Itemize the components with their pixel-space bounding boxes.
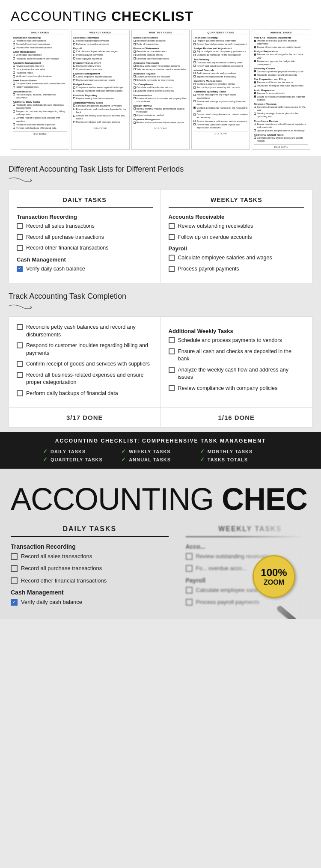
task-item: Process payroll payments xyxy=(169,265,305,273)
weekly-done-badge: 1/16 DONE xyxy=(161,408,312,427)
section-different-lists: Different Accounting Task Lists for Diff… xyxy=(0,156,321,288)
check-icon-1: ✓ xyxy=(43,448,48,455)
section-zoom-preview: ACCOUNTING CHEC DAILY TASKS Transaction … xyxy=(0,469,321,619)
payroll-label: Payroll xyxy=(169,245,305,252)
task-item: Record all business-related expenses and… xyxy=(17,372,153,386)
check-icon-3: ✓ xyxy=(200,448,205,455)
mini-col-annual: ANNUAL TASKS Year-End Financial Statemen… xyxy=(252,30,310,150)
daily-done-badge: 3/17 DONE xyxy=(9,408,161,427)
task-checkbox-3[interactable] xyxy=(17,245,23,251)
banner-title: ACCOUNTING CHECKLIST: COMPREHENSIVE TASK… xyxy=(9,438,312,444)
dark-banner: ACCOUNTING CHECKLIST: COMPREHENSIVE TASK… xyxy=(0,432,321,469)
zoom-circle: 100% ZOOM xyxy=(253,555,295,598)
big-task-item: Record all purchase transactions xyxy=(11,565,169,572)
weekly-tasks-col: WEEKLY TASKS Accounts Receivable Review … xyxy=(161,190,312,283)
big-checkbox-3[interactable] xyxy=(11,577,18,584)
task-item: Confirm receipt of goods and services wi… xyxy=(17,360,153,368)
task-checkbox-w2[interactable] xyxy=(169,348,175,354)
big-checkbox-1[interactable] xyxy=(11,553,18,560)
task-checkbox-2[interactable] xyxy=(17,234,23,240)
section3-heading: Track Accounting Task Completion xyxy=(9,292,312,301)
arrow-decoration xyxy=(9,175,312,184)
mini-checklist-table: DAILY TASKS Transaction Recording Record… xyxy=(11,30,310,150)
task-item: Analyze the weekly cash flow and address… xyxy=(169,366,305,381)
track-weekly-col: Additional Weekly Tasks Schedule and pro… xyxy=(161,317,312,407)
task-checkbox-5[interactable] xyxy=(169,234,175,240)
task-item: Verify daily cash balance xyxy=(17,265,153,273)
task-checkbox-d5[interactable] xyxy=(17,390,23,396)
transaction-recording-label: Transaction Recording xyxy=(17,214,153,220)
big-transaction-label: Transaction Recording xyxy=(11,543,169,550)
mini-col-monthly: MONTHLY TASKS Bank Reconciliation Reconc… xyxy=(131,30,190,150)
feature-weekly: ✓ WEEKLY TASKS xyxy=(121,448,199,455)
task-item: Record all purchase transactions xyxy=(17,234,153,241)
task-checkbox-d2[interactable] xyxy=(17,342,23,348)
big-checkbox-w3[interactable] xyxy=(186,587,193,594)
task-item: Perform daily backups of financial data xyxy=(17,390,153,398)
task-item: Review outstanding receivables xyxy=(169,223,305,230)
feature-daily: ✓ DAILY TASKS xyxy=(43,448,121,455)
zoom-badge: 100% ZOOM xyxy=(253,555,308,611)
big-checkbox-checked[interactable] xyxy=(11,599,18,606)
banner-features: ✓ DAILY TASKS ✓ WEEKLY TASKS ✓ MONTHLY T… xyxy=(43,448,278,463)
big-cash-label: Cash Management xyxy=(11,589,169,596)
task-item: Calculate employee salaries and wages xyxy=(169,254,305,262)
task-preview-card: DAILY TASKS Transaction Recording Record… xyxy=(9,189,312,283)
track-card-content: Reconcile petty cash balances and record… xyxy=(9,317,312,407)
task-item: Follow up on overdue accounts xyxy=(169,234,305,241)
big-checkbox-2[interactable] xyxy=(11,565,18,572)
big-columns: DAILY TASKS Transaction Recording Record… xyxy=(0,521,321,619)
task-item: Review compliance with company policies xyxy=(169,385,305,392)
task-checkbox-w4[interactable] xyxy=(169,385,175,391)
mini-col-quarterly: QUARTERLY TASKS Financial Reporting Prep… xyxy=(191,30,250,150)
section-main-preview: ACCOUNTING CHECKLIST DAILY TASKS Transac… xyxy=(0,0,321,156)
additional-weekly-label: Additional Weekly Tasks xyxy=(169,328,305,334)
mini-col-daily: DAILY TASKS Transaction Recording Record… xyxy=(11,30,69,150)
track-card: Reconcile petty cash balances and record… xyxy=(9,316,312,428)
feature-annual: ✓ ANNUAL TASKS xyxy=(121,456,199,463)
cash-management-label: Cash Management xyxy=(17,256,153,263)
task-checkbox-4[interactable] xyxy=(169,223,175,229)
big-task-item: Verify daily cash balance xyxy=(11,598,169,606)
big-daily-col: DAILY TASKS Transaction Recording Record… xyxy=(0,521,179,619)
task-item: Ensure all cash and checks are deposited… xyxy=(169,348,305,363)
big-checkbox-w2[interactable] xyxy=(186,565,193,572)
section-track-completion: Track Accounting Task Completion Reconci… xyxy=(0,288,321,432)
task-item: Respond to customer inquiries regarding … xyxy=(17,342,153,357)
task-checkbox-d4[interactable] xyxy=(17,372,23,378)
big-checkbox-w4[interactable] xyxy=(186,599,193,606)
main-title: ACCOUNTING CHECKLIST xyxy=(11,9,310,24)
task-item: Schedule and process payments to vendors xyxy=(169,337,305,345)
task-checkbox-d1[interactable] xyxy=(17,324,23,330)
task-checkbox-w3[interactable] xyxy=(169,367,175,373)
task-checkbox-7[interactable] xyxy=(169,266,175,272)
daily-col-title: DAILY TASKS xyxy=(17,196,153,208)
feature-totals: ✓ TASKS TOTALS xyxy=(200,456,278,463)
check-icon-5: ✓ xyxy=(121,456,126,463)
check-icon-4: ✓ xyxy=(43,456,48,463)
section2-heading: Different Accounting Task Lists for Diff… xyxy=(9,165,312,174)
task-checkbox-w1[interactable] xyxy=(169,337,175,343)
big-ar-label: Acco... xyxy=(186,543,315,550)
task-item: Record all sales transactions xyxy=(17,223,153,230)
feature-monthly: ✓ MONTHLY TASKS xyxy=(200,448,278,455)
accounts-receivable-label: Accounts Receivable xyxy=(169,214,305,220)
arrow-decoration-2 xyxy=(9,303,312,311)
task-item: Reconcile petty cash balances and record… xyxy=(17,324,153,339)
mini-col-weekly: WEEKLY TASKS Accounts Receivable Review … xyxy=(71,30,130,150)
big-task-item: Record other financial transactions xyxy=(11,577,169,585)
check-icon-2: ✓ xyxy=(121,448,126,455)
task-checkbox-d3[interactable] xyxy=(17,361,23,367)
big-checkbox-w1[interactable] xyxy=(186,553,193,560)
weekly-col-title: WEEKLY TASKS xyxy=(169,196,305,208)
task-checkbox-6[interactable] xyxy=(169,255,175,261)
track-done-row: 3/17 DONE 1/16 DONE xyxy=(9,407,312,427)
check-icon-6: ✓ xyxy=(200,456,205,463)
big-task-item: Record all sales transactions xyxy=(11,553,169,560)
task-checkbox-1[interactable] xyxy=(17,223,23,229)
daily-tasks-col: DAILY TASKS Transaction Recording Record… xyxy=(9,190,161,283)
task-item: Record other financial transactions xyxy=(17,244,153,252)
big-daily-title: DAILY TASKS xyxy=(11,525,169,537)
big-weekly-title: WEEKLY TASKS xyxy=(186,525,315,537)
task-checkbox-checked[interactable] xyxy=(17,266,23,272)
